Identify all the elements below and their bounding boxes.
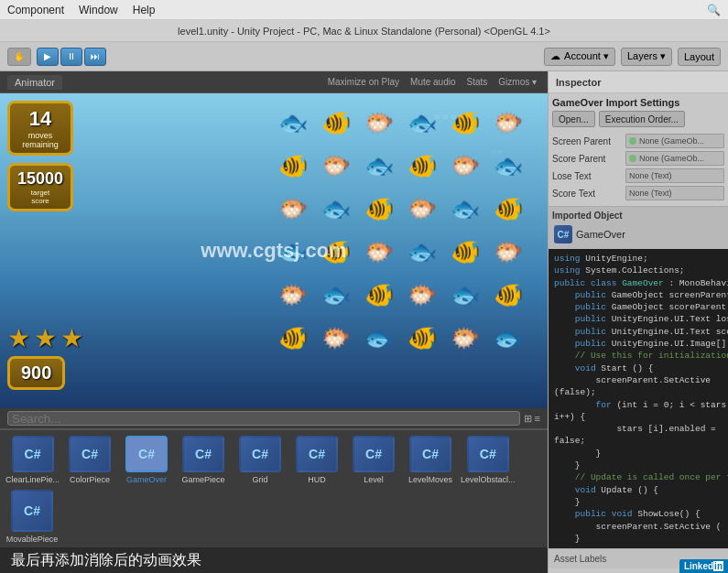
asset-label-gamepiece: GamePiece <box>182 475 225 484</box>
asset-label-levelobstacl: LevelObstacl... <box>461 475 516 484</box>
prop-row-lose-text: Lose Text None (Text) <box>552 168 724 184</box>
asset-items-row2: C# MovablePiece <box>0 490 548 547</box>
score-panel-left: 14 movesremaining 15000 targetscore <box>7 101 73 211</box>
fish-cell: 🐡 <box>316 146 356 186</box>
execution-order-btn[interactable]: Execution Order... <box>599 111 685 127</box>
fish-cell: 🐠 <box>445 103 485 143</box>
play-controls: ▶ ⏸ ⏭ <box>37 48 106 66</box>
imported-item: C# GameOver <box>552 223 724 245</box>
fish-cell: 🐡 <box>445 318 485 358</box>
prop-value-screen-parent[interactable]: None (GameOb... <box>625 134 724 148</box>
animator-tab[interactable]: Animator <box>7 75 62 90</box>
account-dropdown[interactable]: ☁ Account ▾ <box>544 48 615 66</box>
project-search-input[interactable] <box>7 411 520 426</box>
asset-item-grid[interactable]: C# Grid <box>234 436 287 484</box>
fish-cell: 🐠 <box>359 275 399 315</box>
layers-dropdown[interactable]: Layers ▾ <box>621 48 672 66</box>
target-box: 15000 targetscore <box>7 163 73 211</box>
asset-item-gameover[interactable]: C# GameOver <box>120 436 173 484</box>
code-line-29: public void ShowLose() { <box>554 508 723 520</box>
asset-labels-text: Asset Labels <box>554 554 606 564</box>
code-line-14: screenParent.SetActive <box>554 374 723 386</box>
asset-icon-grid: C# <box>239 436 281 472</box>
maximize-on-play-btn[interactable]: Maximize on Play <box>324 76 403 88</box>
asset-item-colorpiece[interactable]: C# ColorPiece <box>63 436 116 484</box>
target-number: 15000 <box>17 169 63 189</box>
fish-cell: 🐠 <box>488 275 528 315</box>
asset-item-clearlinepie[interactable]: C# ClearLinePie... <box>5 436 60 484</box>
imported-object-section: Imported Object C# GameOver <box>549 206 728 249</box>
linkedin-badge: Linkedin <box>679 559 728 573</box>
asset-label-gameover: GameOver <box>126 475 167 484</box>
code-line-4: public class GameOver : MonoBehaviour { <box>554 277 723 289</box>
asset-icon-clearlinepie: C# <box>12 436 54 472</box>
code-line-27: } <box>554 496 723 508</box>
stats-btn[interactable]: Stats <box>463 76 492 88</box>
fish-cell: 🐟 <box>316 275 356 315</box>
prop-value-lose-text[interactable]: None (Text) <box>625 168 724 183</box>
search-icon[interactable]: 🔍 <box>707 4 721 16</box>
menu-window[interactable]: Window <box>79 4 118 16</box>
prop-value-score-text[interactable]: None (Text) <box>625 186 724 200</box>
asset-icon-levelmoves: C# <box>409 436 451 472</box>
fish-cell: 🐟 <box>488 318 528 358</box>
fish-cell: 🐡 <box>273 189 313 229</box>
asset-icon-levelobstacl: C# <box>467 436 509 472</box>
code-line-31: } <box>554 533 723 545</box>
code-line-19: stars [i].enabled = <box>554 423 723 435</box>
asset-item-levelmoves[interactable]: C# LevelMoves <box>404 436 457 484</box>
pause-btn[interactable]: ⏸ <box>60 48 82 66</box>
fish-cell: 🐡 <box>359 232 399 272</box>
mute-audio-btn[interactable]: Mute audio <box>407 76 459 88</box>
menu-component[interactable]: Component <box>7 4 64 16</box>
open-btn[interactable]: Open... <box>552 111 595 127</box>
stars-row: ★ ★ ★ <box>7 323 83 353</box>
layers-label: Layers ▾ <box>627 50 666 62</box>
fish-cell: 🐟 <box>359 318 399 358</box>
asset-label-hud: HUD <box>308 475 326 484</box>
asset-label-grid: Grid <box>253 475 268 484</box>
fish-cell: 🐡 <box>359 103 399 143</box>
layout-dropdown[interactable]: Layout <box>678 48 721 66</box>
code-line-13: void Start () { <box>554 362 723 374</box>
menu-bar: Component Window Help 🔍 <box>0 0 728 20</box>
imported-object-title: Imported Object <box>552 211 724 221</box>
subtitle-bar: 最后再添加消除后的动画效果 <box>0 547 548 573</box>
prop-value-text-score-parent: None (GameOb... <box>639 154 704 163</box>
fish-cell: 🐡 <box>402 275 442 315</box>
moves-box: 14 movesremaining <box>7 101 73 156</box>
import-settings-section: GameOver Import Settings Open... Executi… <box>549 93 728 206</box>
fish-cell: 🐠 <box>316 103 356 143</box>
title-bar: level1.unity - Unity Project - PC, Mac &… <box>0 20 728 42</box>
asset-icon-movablepiece: C# <box>11 490 53 532</box>
fish-cell: 🐠 <box>488 189 528 229</box>
menu-help[interactable]: Help <box>133 4 156 16</box>
asset-item-gamepiece[interactable]: C# GamePiece <box>177 436 230 484</box>
code-line-24: // Update is called once per frame <box>554 471 723 483</box>
menu-right: 🔍 <box>707 4 721 16</box>
asset-label-movablepiece: MovablePiece <box>6 535 59 544</box>
asset-item-level[interactable]: C# Level <box>347 436 400 484</box>
hand-tool-btn[interactable]: ✋ <box>7 48 31 66</box>
score-number: 900 <box>21 362 51 384</box>
fish-cell: 🐟 <box>359 146 399 186</box>
inspector-title: Inspector <box>556 77 602 88</box>
asset-item-hud[interactable]: C# HUD <box>290 436 343 484</box>
asset-item-levelobstacl[interactable]: C# LevelObstacl... <box>461 436 516 484</box>
fish-cell: 🐡 <box>445 146 485 186</box>
fish-cell: 🐟 <box>445 275 485 315</box>
fish-cell: 🐠 <box>402 318 442 358</box>
step-btn[interactable]: ⏭ <box>84 48 106 66</box>
fish-cell: 🐟 <box>445 189 485 229</box>
play-btn[interactable]: ▶ <box>37 48 59 66</box>
star-1: ★ <box>7 323 30 353</box>
prop-value-score-parent[interactable]: None (GameOb... <box>625 151 724 166</box>
code-line-8: public UnityEngine.UI.Text loseText; <box>554 313 723 325</box>
view-controls[interactable]: ⊞ ≡ <box>524 413 540 425</box>
asset-icon-colorpiece: C# <box>69 436 111 472</box>
prop-row-score-parent: Score Parent None (GameOb... <box>552 150 724 167</box>
asset-item-movablepiece[interactable]: C# MovablePiece <box>5 490 59 544</box>
fish-cell: 🐠 <box>359 189 399 229</box>
gizmos-btn[interactable]: Gizmos ▾ <box>494 76 540 88</box>
inspector-header: Inspector <box>549 71 728 93</box>
